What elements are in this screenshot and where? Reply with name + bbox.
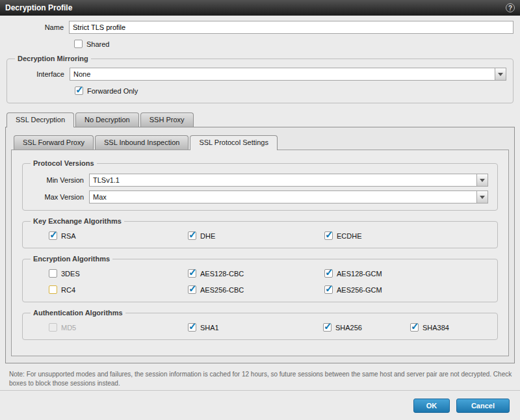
rsa-label: RSA [61, 232, 76, 240]
dhe-checkbox-item[interactable]: DHE [188, 231, 324, 240]
chevron-down-icon[interactable] [476, 191, 488, 203]
dialog-footer: OK Cancel [0, 390, 520, 420]
dialog-title: Decryption Profile [5, 3, 72, 12]
interface-label: Interface [14, 70, 70, 78]
main-tabs: SSL Decryption No Decryption SSH Proxy [5, 112, 515, 127]
authentication-section: Authentication Algorithms MD5 SHA1 SHA25… [22, 309, 498, 340]
min-version-row: Min Version TLSv1.1 [29, 174, 491, 187]
tab-ssl-forward-proxy[interactable]: SSL Forward Proxy [14, 135, 94, 150]
aes128-cbc-checkbox[interactable] [188, 269, 196, 278]
key-exchange-grid: RSA DHE ECDHE [29, 228, 491, 241]
key-exchange-section: Key Exchange Algorithms RSA DHE ECDHE [22, 217, 498, 248]
aes256-cbc-checkbox[interactable] [188, 285, 196, 294]
sha1-label: SHA1 [200, 324, 219, 332]
aes128-gcm-label: AES128-GCM [337, 270, 382, 278]
protocol-versions-legend: Protocol Versions [31, 159, 97, 167]
interface-dropdown[interactable]: None [70, 68, 506, 81]
max-version-row: Max Version Max [29, 190, 491, 203]
ecdhe-checkbox[interactable] [324, 231, 333, 240]
3des-checkbox[interactable] [49, 269, 57, 278]
interface-row: Interface None [14, 68, 506, 81]
3des-label: 3DES [61, 270, 80, 278]
min-version-dropdown[interactable]: TLSv1.1 [89, 174, 488, 187]
sha256-checkbox[interactable] [323, 323, 332, 332]
tab-no-decryption[interactable]: No Decryption [75, 112, 139, 127]
sha384-checkbox[interactable] [410, 323, 419, 332]
max-version-label: Max Version [29, 193, 89, 201]
shared-label: Shared [86, 40, 109, 48]
aes256-cbc-checkbox-item[interactable]: AES256-CBC [188, 285, 324, 294]
shared-checkbox-item[interactable]: Shared [74, 40, 109, 48]
sha384-label: SHA384 [422, 324, 449, 332]
rc4-checkbox[interactable] [49, 285, 57, 294]
rsa-checkbox-item[interactable]: RSA [49, 231, 188, 240]
decryption-mirroring-section: Decryption Mirroring Interface None Forw… [6, 55, 514, 103]
aes128-cbc-label: AES128-CBC [200, 270, 244, 278]
sha1-checkbox[interactable] [188, 323, 196, 332]
forwarded-only-row: Forwarded Only [75, 86, 506, 95]
forwarded-only-checkbox[interactable] [75, 86, 83, 95]
authentication-legend: Authentication Algorithms [31, 309, 125, 317]
tab-ssl-decryption[interactable]: SSL Decryption [6, 112, 74, 127]
md5-checkbox [49, 323, 57, 332]
ok-button[interactable]: OK [413, 399, 450, 413]
footnote: Note: For unsupported modes and failures… [8, 370, 512, 388]
3des-checkbox-item[interactable]: 3DES [49, 269, 188, 278]
encryption-grid: 3DES AES128-CBC AES128-GCM RC4 AES256-CB… [29, 265, 491, 295]
tab-ssl-inbound-inspection[interactable]: SSL Inbound Inspection [95, 135, 188, 150]
shared-checkbox[interactable] [74, 40, 83, 48]
encryption-legend: Encryption Algorithms [31, 255, 112, 263]
sha256-label: SHA256 [335, 324, 362, 332]
ecdhe-checkbox-item[interactable]: ECDHE [324, 231, 491, 240]
name-input[interactable] [69, 21, 514, 34]
aes128-gcm-checkbox-item[interactable]: AES128-GCM [324, 269, 491, 278]
shared-row: Shared [74, 40, 514, 48]
sha384-checkbox-item[interactable]: SHA384 [410, 323, 491, 332]
name-row: Name [6, 21, 514, 34]
rc4-label: RC4 [61, 286, 75, 294]
aes256-gcm-label: AES256-GCM [337, 286, 382, 294]
rsa-checkbox[interactable] [49, 231, 57, 240]
dhe-label: DHE [200, 232, 215, 240]
encryption-section: Encryption Algorithms 3DES AES128-CBC AE… [22, 255, 498, 302]
dhe-checkbox[interactable] [188, 231, 196, 240]
interface-value: None [70, 70, 495, 78]
ssl-protocol-settings-panel: Protocol Versions Min Version TLSv1.1 Ma… [11, 150, 509, 356]
ssl-decryption-panel: SSL Forward Proxy SSL Inbound Inspection… [5, 127, 515, 363]
ecdhe-label: ECDHE [337, 232, 362, 240]
help-icon[interactable]: ? [506, 3, 515, 12]
tab-ssl-protocol-settings[interactable]: SSL Protocol Settings [190, 135, 278, 150]
dialog-titlebar: Decryption Profile ? [0, 0, 520, 16]
authentication-grid: MD5 SHA1 SHA256 SHA384 [29, 319, 491, 333]
forwarded-only-label: Forwarded Only [87, 87, 138, 95]
aes256-cbc-label: AES256-CBC [200, 286, 244, 294]
forwarded-only-checkbox-item[interactable]: Forwarded Only [75, 86, 138, 95]
cancel-button[interactable]: Cancel [456, 399, 510, 413]
sub-tabs: SSL Forward Proxy SSL Inbound Inspection… [12, 135, 508, 150]
aes256-gcm-checkbox[interactable] [324, 285, 333, 294]
max-version-value: Max [90, 193, 476, 201]
protocol-versions-section: Protocol Versions Min Version TLSv1.1 Ma… [22, 159, 498, 211]
aes256-gcm-checkbox-item[interactable]: AES256-GCM [324, 285, 491, 294]
chevron-down-icon[interactable] [476, 174, 488, 186]
md5-label: MD5 [61, 324, 76, 332]
rc4-checkbox-item[interactable]: RC4 [49, 285, 188, 294]
chevron-down-icon[interactable] [495, 68, 506, 80]
sha256-checkbox-item[interactable]: SHA256 [323, 323, 410, 332]
key-exchange-legend: Key Exchange Algorithms [31, 217, 124, 225]
md5-checkbox-item: MD5 [49, 323, 188, 332]
max-version-dropdown[interactable]: Max [89, 190, 488, 203]
aes128-gcm-checkbox[interactable] [324, 269, 333, 278]
tab-ssh-proxy[interactable]: SSH Proxy [140, 112, 194, 127]
name-label: Name [6, 23, 69, 31]
decryption-mirroring-legend: Decryption Mirroring [15, 55, 91, 62]
min-version-label: Min Version [29, 176, 89, 184]
min-version-value: TLSv1.1 [90, 176, 476, 184]
sha1-checkbox-item[interactable]: SHA1 [188, 323, 323, 332]
aes128-cbc-checkbox-item[interactable]: AES128-CBC [188, 269, 324, 278]
